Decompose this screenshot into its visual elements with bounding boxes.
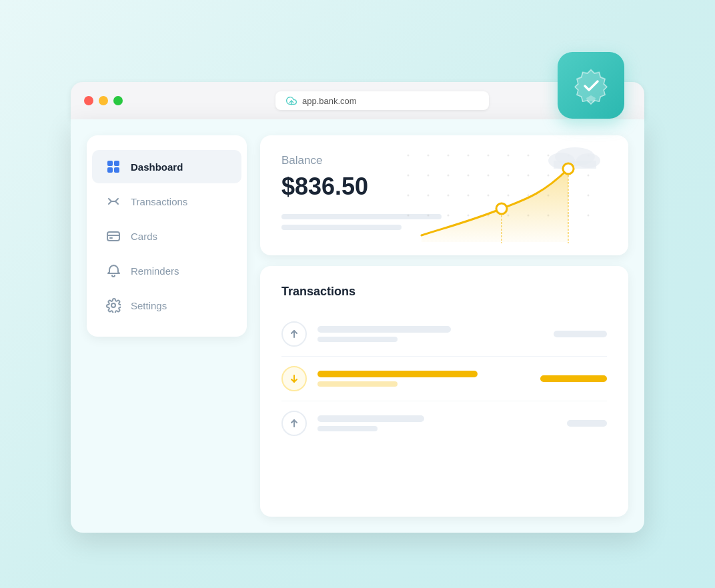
dashboard-label: Dashboard — [131, 161, 183, 173]
settings-label: Settings — [131, 300, 167, 311]
sidebar-item-reminders[interactable]: Reminders — [92, 254, 241, 287]
svg-point-42 — [448, 215, 450, 217]
svg-point-56 — [496, 203, 507, 214]
svg-point-16 — [528, 155, 530, 157]
svg-point-33 — [468, 195, 470, 197]
dashboard-icon — [105, 159, 121, 175]
balance-chart — [402, 142, 615, 249]
svg-point-24 — [488, 175, 490, 177]
tx-label-bar-3 — [317, 415, 424, 422]
main-content: Balance $836.50 — [260, 135, 628, 517]
traffic-lights — [84, 96, 123, 105]
tx-amount-2 — [540, 375, 607, 382]
svg-rect-1 — [107, 161, 113, 166]
table-row — [281, 401, 607, 445]
svg-point-49 — [588, 215, 590, 217]
svg-point-15 — [508, 155, 510, 157]
cards-label: Cards — [131, 231, 157, 242]
tx-sub-bar-1 — [317, 337, 398, 342]
svg-point-22 — [448, 175, 450, 177]
svg-point-27 — [548, 175, 550, 177]
svg-point-29 — [588, 175, 590, 177]
svg-point-13 — [468, 155, 470, 157]
cards-icon — [105, 228, 121, 244]
transaction-details-3 — [317, 415, 556, 431]
svg-point-11 — [428, 155, 430, 157]
transaction-icon-up-1 — [281, 321, 307, 347]
reminders-icon — [105, 263, 121, 279]
svg-point-25 — [508, 175, 510, 177]
svg-point-41 — [428, 215, 430, 217]
browser-body: Dashboard Transactions — [71, 119, 644, 533]
svg-point-39 — [588, 195, 590, 197]
svg-point-40 — [408, 215, 410, 217]
transactions-title: Transactions — [281, 285, 607, 299]
sidebar: Dashboard Transactions — [87, 135, 247, 337]
svg-point-57 — [563, 163, 574, 174]
svg-point-14 — [488, 155, 490, 157]
balance-card: Balance $836.50 — [260, 135, 628, 255]
sidebar-item-cards[interactable]: Cards — [92, 219, 241, 253]
transactions-icon — [105, 193, 121, 209]
svg-point-32 — [448, 195, 450, 197]
svg-rect-2 — [114, 161, 119, 166]
svg-point-10 — [408, 155, 410, 157]
settings-icon — [105, 297, 121, 313]
svg-point-23 — [468, 175, 470, 177]
close-button[interactable] — [84, 96, 93, 105]
svg-point-17 — [548, 155, 550, 157]
svg-point-9 — [111, 303, 115, 307]
tx-sub-bar-3 — [317, 426, 378, 431]
svg-rect-3 — [107, 167, 113, 173]
tx-amount-3 — [567, 420, 607, 427]
svg-point-35 — [508, 195, 510, 197]
transaction-details-1 — [317, 326, 543, 342]
bar-2 — [281, 225, 402, 230]
table-row — [281, 357, 607, 401]
svg-point-36 — [528, 195, 530, 197]
svg-point-31 — [428, 195, 430, 197]
tx-label-bar-1 — [317, 326, 451, 333]
svg-point-20 — [408, 175, 410, 177]
url-text: app.bank.com — [302, 96, 357, 106]
svg-rect-4 — [114, 167, 119, 173]
transaction-details-2 — [317, 371, 530, 387]
transaction-icon-down-1 — [281, 366, 307, 391]
reminders-label: Reminders — [131, 265, 179, 277]
svg-point-12 — [448, 155, 450, 157]
cloud-sync-icon — [286, 95, 297, 106]
verified-badge — [558, 52, 624, 119]
tx-label-bar-2 — [317, 371, 478, 377]
svg-point-26 — [528, 175, 530, 177]
svg-point-34 — [488, 195, 490, 197]
maximize-button[interactable] — [113, 96, 123, 105]
address-bar[interactable]: app.bank.com — [275, 91, 489, 110]
minimize-button[interactable] — [99, 96, 108, 105]
browser-window: app.bank.com Dashboard — [71, 82, 644, 533]
svg-rect-53 — [554, 161, 596, 169]
table-row — [281, 312, 607, 357]
svg-point-43 — [468, 215, 470, 217]
transactions-card: Transactions — [260, 266, 628, 517]
transaction-icon-up-2 — [281, 411, 307, 436]
tx-amount-1 — [554, 331, 607, 337]
tx-sub-bar-2 — [317, 381, 398, 387]
svg-rect-6 — [107, 232, 119, 241]
svg-point-21 — [428, 175, 430, 177]
sidebar-item-dashboard[interactable]: Dashboard — [92, 150, 241, 183]
sidebar-item-settings[interactable]: Settings — [92, 289, 241, 322]
transactions-label: Transactions — [131, 196, 187, 207]
sidebar-item-transactions[interactable]: Transactions — [92, 185, 241, 218]
svg-point-30 — [408, 195, 410, 197]
